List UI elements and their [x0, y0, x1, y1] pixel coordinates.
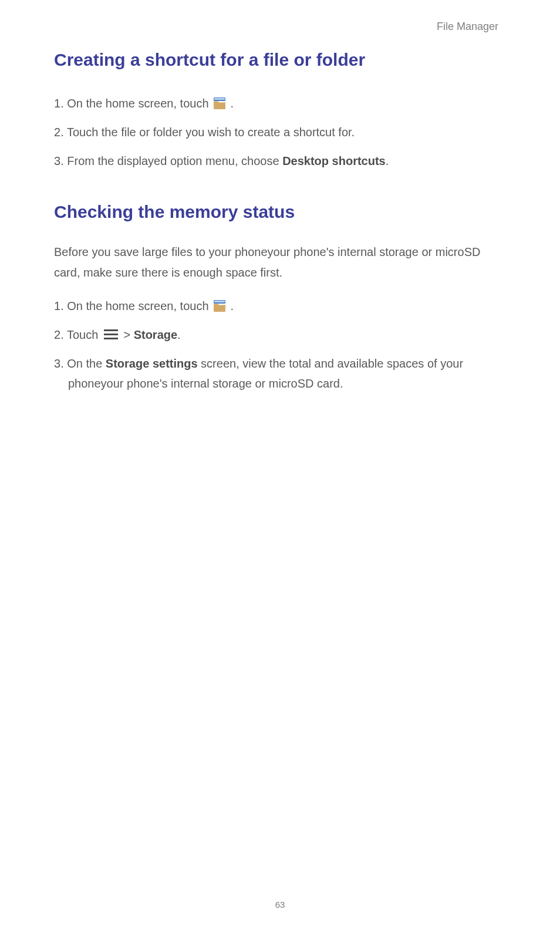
folder-icon	[213, 97, 226, 110]
intro-paragraph: Before you save large files to your phon…	[54, 242, 501, 283]
list-item: From the displayed option menu, choose D…	[54, 151, 501, 171]
step-text: On the	[67, 357, 106, 370]
svg-rect-6	[104, 338, 118, 339]
page-number: 63	[0, 900, 560, 910]
memory-steps-list: On the home screen, touch . Touch > Stor…	[54, 296, 501, 393]
step-text: Touch the file or folder you wish to cre…	[67, 126, 355, 139]
bold-text: Desktop shortcuts	[282, 154, 386, 167]
step-text: >	[120, 328, 134, 341]
svg-rect-3	[214, 301, 225, 302]
section-heading-memory: Checking the memory status	[54, 200, 501, 223]
header-label: File Manager	[437, 21, 498, 33]
step-text: From the displayed option menu, choose	[67, 154, 282, 167]
step-text: .	[227, 299, 234, 312]
svg-rect-5	[104, 334, 118, 335]
list-item: On the home screen, touch .	[54, 93, 501, 113]
bold-text: Storage settings	[106, 357, 198, 370]
svg-rect-1	[214, 98, 225, 100]
page-content: Creating a shortcut for a file or folder…	[54, 48, 501, 402]
step-text: Touch	[67, 328, 102, 341]
step-text: .	[227, 97, 234, 110]
section-heading-shortcut: Creating a shortcut for a file or folder	[54, 48, 501, 71]
svg-rect-4	[104, 329, 118, 331]
folder-icon	[213, 299, 226, 312]
menu-icon	[104, 329, 118, 340]
list-item: Touch > Storage.	[54, 325, 501, 345]
step-text: On the home screen, touch	[67, 299, 212, 312]
step-text: .	[177, 328, 181, 341]
bold-text: Storage	[134, 328, 177, 341]
step-text: On the home screen, touch	[67, 97, 212, 110]
step-text: .	[386, 154, 389, 167]
list-item: On the Storage settings screen, view the…	[54, 353, 501, 393]
shortcut-steps-list: On the home screen, touch . Touch the fi…	[54, 93, 501, 171]
list-item: On the home screen, touch .	[54, 296, 501, 316]
list-item: Touch the file or folder you wish to cre…	[54, 122, 501, 142]
